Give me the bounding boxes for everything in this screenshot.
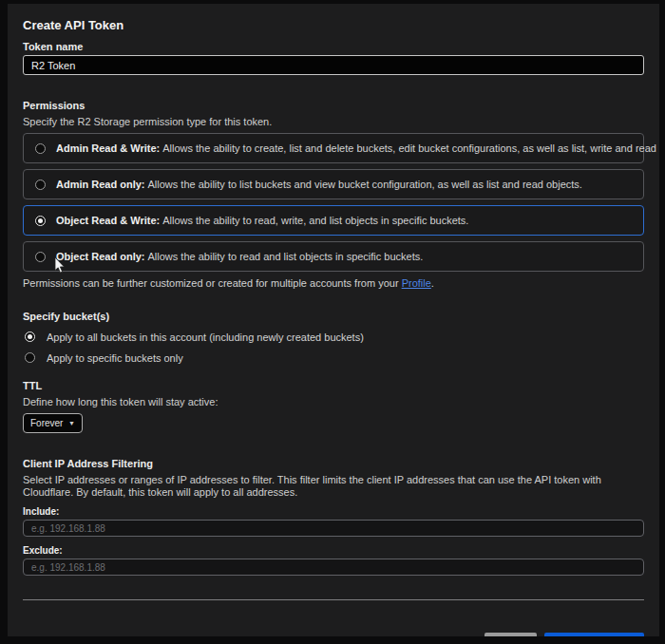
permission-option-object-read-write[interactable]: Object Read & Write:Allows the ability t… <box>23 205 644 236</box>
permission-option-description: Allows the ability to create, list and d… <box>162 142 659 154</box>
chevron-down-icon: ▼ <box>68 420 75 426</box>
permission-option-description: Allows the ability to list buckets and v… <box>148 179 582 190</box>
permission-option-label: Admin Read only: <box>56 179 145 190</box>
radio-all-buckets[interactable] <box>25 331 35 342</box>
radio-object-read-only[interactable] <box>35 252 46 262</box>
permission-option-admin-read-only[interactable]: Admin Read only:Allows the ability to li… <box>23 169 644 199</box>
radio-admin-read-write[interactable] <box>35 143 46 154</box>
radio-object-read-write[interactable] <box>35 216 46 226</box>
page-title: Create API Token <box>23 18 644 33</box>
permission-option-description: Allows the ability to read and list obje… <box>148 251 424 262</box>
include-label: Include: <box>23 506 644 518</box>
token-name-input[interactable] <box>23 55 644 75</box>
exclude-ip-input[interactable] <box>23 559 644 576</box>
footer-divider <box>23 599 644 600</box>
specify-buckets-heading: Specify bucket(s) <box>23 311 644 323</box>
ip-filtering-heading: Client IP Address Filtering <box>23 458 644 470</box>
permission-option-label: Object Read only: <box>56 251 145 262</box>
ip-filtering-description: Select IP addresses or ranges of IP addr… <box>23 474 644 499</box>
profile-link[interactable]: Profile <box>402 277 431 289</box>
permissions-note: Permissions can be further customized or… <box>23 277 644 290</box>
permission-option-text: Object Read only:Allows the ability to r… <box>56 251 423 263</box>
permissions-heading: Permissions <box>23 100 644 112</box>
bucket-option-specific-buckets[interactable]: Apply to specific buckets only <box>23 350 644 365</box>
permission-option-label: Admin Read & Write: <box>56 142 160 154</box>
footer-actions: Cancel Create API Token <box>23 633 644 636</box>
ttl-description: Define how long this token will stay act… <box>23 396 644 408</box>
create-api-token-button[interactable]: Create API Token <box>544 633 644 636</box>
exclude-label: Exclude: <box>23 545 644 557</box>
radio-specific-buckets[interactable] <box>25 352 35 363</box>
bucket-option-all-buckets[interactable]: Apply to all buckets in this account (in… <box>23 330 644 344</box>
ttl-select[interactable]: Forever ▼ <box>23 413 83 433</box>
permission-option-label: Object Read & Write: <box>56 215 160 226</box>
permissions-note-text: Permissions can be further customized or… <box>23 277 402 289</box>
permission-option-text: Admin Read only:Allows the ability to li… <box>56 179 582 191</box>
ttl-selected-value: Forever <box>30 418 63 428</box>
create-api-token-panel: Create API Token Token name Permissions … <box>8 4 659 636</box>
bucket-option-label: Apply to specific buckets only <box>47 352 183 364</box>
permission-option-admin-read-write[interactable]: Admin Read & Write:Allows the ability to… <box>23 133 644 163</box>
bucket-option-label: Apply to all buckets in this account (in… <box>47 331 364 343</box>
token-name-label: Token name <box>23 41 644 53</box>
radio-admin-read-only[interactable] <box>35 180 46 190</box>
permissions-note-suffix: . <box>431 277 434 289</box>
permission-option-object-read-only[interactable]: Object Read only:Allows the ability to r… <box>23 241 644 272</box>
permission-option-description: Allows the ability to read, write, and l… <box>162 215 468 226</box>
ttl-heading: TTL <box>23 380 644 392</box>
include-ip-input[interactable] <box>23 520 644 537</box>
cancel-button[interactable]: Cancel <box>484 633 536 636</box>
permission-option-text: Object Read & Write:Allows the ability t… <box>56 215 468 227</box>
permissions-description: Specify the R2 Storage permission type f… <box>23 116 644 128</box>
permission-option-text: Admin Read & Write:Allows the ability to… <box>56 142 659 155</box>
